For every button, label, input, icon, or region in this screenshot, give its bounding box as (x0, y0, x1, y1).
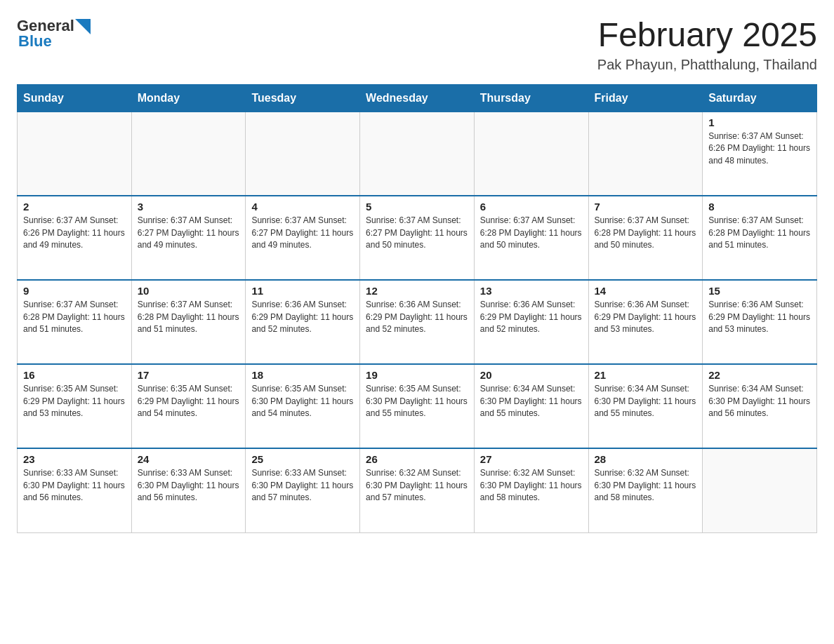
calendar-cell: 16Sunrise: 6:35 AM Sunset: 6:29 PM Dayli… (18, 364, 132, 448)
day-info: Sunrise: 6:36 AM Sunset: 6:29 PM Dayligh… (708, 299, 811, 335)
month-title: February 2025 (597, 17, 817, 54)
calendar-cell: 24Sunrise: 6:33 AM Sunset: 6:30 PM Dayli… (131, 448, 246, 532)
calendar-cell: 26Sunrise: 6:32 AM Sunset: 6:30 PM Dayli… (360, 448, 475, 532)
week-row-1: 1Sunrise: 6:37 AM Sunset: 6:26 PM Daylig… (18, 112, 817, 196)
day-number: 9 (23, 285, 126, 297)
day-info: Sunrise: 6:37 AM Sunset: 6:28 PM Dayligh… (595, 215, 697, 251)
calendar-cell: 25Sunrise: 6:33 AM Sunset: 6:30 PM Dayli… (246, 448, 360, 532)
day-info: Sunrise: 6:37 AM Sunset: 6:28 PM Dayligh… (708, 215, 811, 251)
day-info: Sunrise: 6:33 AM Sunset: 6:30 PM Dayligh… (23, 467, 126, 504)
calendar-cell: 1Sunrise: 6:37 AM Sunset: 6:26 PM Daylig… (703, 112, 817, 196)
day-number: 11 (251, 285, 354, 297)
day-info: Sunrise: 6:36 AM Sunset: 6:29 PM Dayligh… (251, 299, 354, 335)
day-info: Sunrise: 6:36 AM Sunset: 6:29 PM Dayligh… (595, 299, 697, 335)
day-number: 14 (595, 285, 697, 297)
svg-marker-0 (75, 19, 91, 34)
day-number: 13 (480, 285, 583, 297)
calendar-cell: 28Sunrise: 6:32 AM Sunset: 6:30 PM Dayli… (588, 448, 703, 532)
day-number: 17 (138, 369, 240, 381)
calendar-cell: 12Sunrise: 6:36 AM Sunset: 6:29 PM Dayli… (360, 280, 475, 364)
day-number: 18 (251, 369, 354, 381)
day-number: 21 (595, 369, 697, 381)
week-row-2: 2Sunrise: 6:37 AM Sunset: 6:26 PM Daylig… (18, 196, 817, 280)
calendar-cell: 17Sunrise: 6:35 AM Sunset: 6:29 PM Dayli… (131, 364, 246, 448)
week-row-4: 16Sunrise: 6:35 AM Sunset: 6:29 PM Dayli… (18, 364, 817, 448)
weekday-header-wednesday: Wednesday (360, 84, 475, 112)
day-info: Sunrise: 6:32 AM Sunset: 6:30 PM Dayligh… (595, 467, 697, 504)
day-number: 10 (138, 285, 240, 297)
calendar-cell: 27Sunrise: 6:32 AM Sunset: 6:30 PM Dayli… (474, 448, 588, 532)
day-number: 25 (251, 453, 354, 465)
day-info: Sunrise: 6:34 AM Sunset: 6:30 PM Dayligh… (480, 383, 583, 420)
calendar-cell: 9Sunrise: 6:37 AM Sunset: 6:28 PM Daylig… (18, 280, 132, 364)
weekday-header-thursday: Thursday (474, 84, 588, 112)
weekday-header-tuesday: Tuesday (246, 84, 360, 112)
calendar-cell: 14Sunrise: 6:36 AM Sunset: 6:29 PM Dayli… (588, 280, 703, 364)
day-number: 16 (23, 369, 126, 381)
day-number: 26 (366, 453, 468, 465)
day-number: 23 (23, 453, 126, 465)
day-info: Sunrise: 6:37 AM Sunset: 6:28 PM Dayligh… (138, 299, 240, 335)
calendar-cell: 4Sunrise: 6:37 AM Sunset: 6:27 PM Daylig… (246, 196, 360, 280)
day-number: 8 (708, 201, 811, 213)
calendar-cell: 21Sunrise: 6:34 AM Sunset: 6:30 PM Dayli… (588, 364, 703, 448)
day-info: Sunrise: 6:32 AM Sunset: 6:30 PM Dayligh… (366, 467, 468, 504)
day-info: Sunrise: 6:33 AM Sunset: 6:30 PM Dayligh… (138, 467, 240, 504)
calendar-cell: 13Sunrise: 6:36 AM Sunset: 6:29 PM Dayli… (474, 280, 588, 364)
calendar-cell (703, 448, 817, 532)
day-info: Sunrise: 6:37 AM Sunset: 6:27 PM Dayligh… (251, 215, 354, 251)
weekday-header-row: SundayMondayTuesdayWednesdayThursdayFrid… (18, 84, 817, 112)
calendar-cell (474, 112, 588, 196)
day-number: 7 (595, 201, 697, 213)
day-info: Sunrise: 6:37 AM Sunset: 6:27 PM Dayligh… (366, 215, 468, 251)
calendar-cell: 10Sunrise: 6:37 AM Sunset: 6:28 PM Dayli… (131, 280, 246, 364)
day-number: 19 (366, 369, 468, 381)
day-info: Sunrise: 6:35 AM Sunset: 6:30 PM Dayligh… (251, 383, 354, 420)
day-number: 27 (480, 453, 583, 465)
day-number: 20 (480, 369, 583, 381)
day-info: Sunrise: 6:34 AM Sunset: 6:30 PM Dayligh… (595, 383, 697, 420)
weekday-header-monday: Monday (131, 84, 246, 112)
day-info: Sunrise: 6:37 AM Sunset: 6:28 PM Dayligh… (480, 215, 583, 251)
calendar-cell: 19Sunrise: 6:35 AM Sunset: 6:30 PM Dayli… (360, 364, 475, 448)
calendar-cell (588, 112, 703, 196)
day-number: 5 (366, 201, 468, 213)
calendar-cell (246, 112, 360, 196)
logo-blue-text: Blue (18, 32, 52, 51)
calendar-cell (18, 112, 132, 196)
calendar-cell: 20Sunrise: 6:34 AM Sunset: 6:30 PM Dayli… (474, 364, 588, 448)
day-info: Sunrise: 6:37 AM Sunset: 6:28 PM Dayligh… (23, 299, 126, 335)
weekday-header-friday: Friday (588, 84, 703, 112)
calendar-cell: 5Sunrise: 6:37 AM Sunset: 6:27 PM Daylig… (360, 196, 475, 280)
day-number: 4 (251, 201, 354, 213)
location-title: Pak Phayun, Phatthalung, Thailand (597, 57, 817, 73)
calendar-cell (360, 112, 475, 196)
calendar-cell: 22Sunrise: 6:34 AM Sunset: 6:30 PM Dayli… (703, 364, 817, 448)
day-number: 24 (138, 453, 240, 465)
day-info: Sunrise: 6:35 AM Sunset: 6:29 PM Dayligh… (23, 383, 126, 420)
calendar-table: SundayMondayTuesdayWednesdayThursdayFrid… (17, 84, 817, 533)
calendar-cell: 15Sunrise: 6:36 AM Sunset: 6:29 PM Dayli… (703, 280, 817, 364)
day-number: 2 (23, 201, 126, 213)
calendar-cell: 2Sunrise: 6:37 AM Sunset: 6:26 PM Daylig… (18, 196, 132, 280)
calendar-cell: 6Sunrise: 6:37 AM Sunset: 6:28 PM Daylig… (474, 196, 588, 280)
calendar-cell: 7Sunrise: 6:37 AM Sunset: 6:28 PM Daylig… (588, 196, 703, 280)
calendar-cell: 3Sunrise: 6:37 AM Sunset: 6:27 PM Daylig… (131, 196, 246, 280)
week-row-3: 9Sunrise: 6:37 AM Sunset: 6:28 PM Daylig… (18, 280, 817, 364)
logo-arrow-icon (75, 19, 91, 34)
day-number: 6 (480, 201, 583, 213)
calendar-cell: 11Sunrise: 6:36 AM Sunset: 6:29 PM Dayli… (246, 280, 360, 364)
day-info: Sunrise: 6:33 AM Sunset: 6:30 PM Dayligh… (251, 467, 354, 504)
day-info: Sunrise: 6:35 AM Sunset: 6:30 PM Dayligh… (366, 383, 468, 420)
day-info: Sunrise: 6:36 AM Sunset: 6:29 PM Dayligh… (366, 299, 468, 335)
day-info: Sunrise: 6:36 AM Sunset: 6:29 PM Dayligh… (480, 299, 583, 335)
day-info: Sunrise: 6:32 AM Sunset: 6:30 PM Dayligh… (480, 467, 583, 504)
calendar-cell: 8Sunrise: 6:37 AM Sunset: 6:28 PM Daylig… (703, 196, 817, 280)
weekday-header-saturday: Saturday (703, 84, 817, 112)
day-number: 12 (366, 285, 468, 297)
page-header: General Blue February 2025 Pak Phayun, P… (17, 17, 817, 73)
week-row-5: 23Sunrise: 6:33 AM Sunset: 6:30 PM Dayli… (18, 448, 817, 532)
logo: General Blue (17, 17, 91, 51)
day-number: 22 (708, 369, 811, 381)
day-info: Sunrise: 6:34 AM Sunset: 6:30 PM Dayligh… (708, 383, 811, 420)
